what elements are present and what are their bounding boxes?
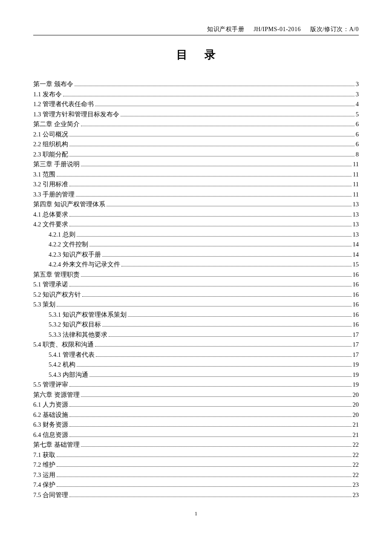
toc-leader <box>107 206 352 206</box>
toc-entry: 5.3.3 法律和其他要求17 <box>33 330 359 340</box>
toc-entry-page: 16 <box>353 310 359 320</box>
toc-leader <box>102 326 352 327</box>
toc-entry-page: 20 <box>353 410 359 420</box>
toc-entry: 5.4.3 内部沟通19 <box>33 370 359 380</box>
toc-entry: 5.2 知识产权方针16 <box>33 290 359 300</box>
toc-leader <box>82 296 352 297</box>
toc-entry-label: 4.2.4 外来文件与记录文件 <box>49 260 120 270</box>
toc-entry: 4.2 文件要求13 <box>33 220 359 230</box>
toc-leader <box>69 497 352 497</box>
toc-leader <box>69 416 352 417</box>
toc-leader <box>76 196 352 197</box>
toc-entry-page: 21 <box>353 420 359 430</box>
toc-list: 第一章 颁布令31.1 发布令31.2 管理者代表任命书41.3 管理方针和管理… <box>33 79 359 500</box>
toc-entry-label: 5.3.2 知识产权目标 <box>49 320 101 330</box>
toc-leader <box>89 246 352 246</box>
toc-entry-label: 第七章 基础管理 <box>33 440 80 450</box>
toc-entry: 第一章 颁布令3 <box>33 79 359 90</box>
toc-entry-page: 11 <box>353 159 359 170</box>
toc-entry-label: 5.3.1 知识产权管理体系策划 <box>49 310 127 320</box>
toc-entry-label: 7.5 合同管理 <box>33 490 68 500</box>
toc-entry-page: 11 <box>353 190 359 200</box>
toc-entry: 7.2 维护22 <box>33 460 359 470</box>
toc-leader <box>81 276 352 277</box>
toc-leader <box>69 386 352 387</box>
toc-entry-page: 14 <box>353 250 359 260</box>
toc-title: 目录 <box>33 47 359 62</box>
header-rev: 版次/修订次：A/0 <box>310 26 359 32</box>
toc-entry-label: 第五章 管理职责 <box>33 270 80 280</box>
toc-entry-label: 5.5 管理评审 <box>33 380 68 390</box>
toc-entry-page: 21 <box>353 430 359 440</box>
toc-leader <box>89 376 352 377</box>
toc-entry-page: 23 <box>353 490 359 500</box>
header-doc-title: 知识产权手册 <box>207 26 244 32</box>
toc-entry: 5.4 职责、权限和沟通17 <box>33 340 359 350</box>
toc-entry-page: 19 <box>353 370 359 380</box>
toc-leader <box>57 306 352 306</box>
toc-entry: 5.1 管理承诺16 <box>33 280 359 290</box>
toc-entry-page: 6 <box>356 130 359 140</box>
toc-entry: 1.1 发布令3 <box>33 90 359 100</box>
toc-entry-label: 第二章 企业简介 <box>33 119 80 130</box>
toc-leader <box>69 136 355 136</box>
toc-entry: 第四章 知识产权管理体系13 <box>33 199 359 210</box>
toc-entry-page: 4 <box>356 99 359 110</box>
toc-entry-page: 22 <box>353 450 359 460</box>
toc-entry-page: 6 <box>356 119 359 130</box>
toc-leader <box>69 156 355 156</box>
toc-entry: 4.2.2 文件控制14 <box>33 240 359 250</box>
toc-entry-label: 1.2 管理者代表任命书 <box>33 99 94 110</box>
toc-entry-page: 14 <box>353 240 359 250</box>
toc-entry: 5.4.2 机构19 <box>33 360 359 370</box>
toc-entry-label: 6.3 财务资源 <box>33 420 68 430</box>
toc-entry: 7.1 获取22 <box>33 450 359 460</box>
toc-entry-label: 1.3 管理方针和管理目标发布令 <box>33 110 119 120</box>
toc-entry-page: 19 <box>353 360 359 370</box>
toc-entry-page: 22 <box>353 460 359 470</box>
toc-entry-label: 5.3.3 法律和其他要求 <box>49 330 107 340</box>
header-doc-no: JH/IPMS-01-2016 <box>254 26 301 32</box>
toc-entry: 5.5 管理评审19 <box>33 380 359 390</box>
toc-entry: 1.2 管理者代表任命书4 <box>33 99 359 110</box>
document-page: 知识产权手册 JH/IPMS-01-2016 版次/修订次：A/0 目录 第一章… <box>0 0 392 534</box>
toc-entry: 2.2 组织机构6 <box>33 139 359 150</box>
toc-leader <box>121 116 355 116</box>
toc-leader <box>96 356 352 357</box>
toc-entry-page: 23 <box>353 480 359 490</box>
toc-leader <box>81 446 352 447</box>
toc-entry-label: 3.1 范围 <box>33 170 55 180</box>
toc-leader <box>69 286 352 286</box>
toc-entry-page: 11 <box>353 170 359 180</box>
toc-entry-label: 7.3 运用 <box>33 470 55 480</box>
toc-entry-label: 第六章 资源管理 <box>33 390 80 400</box>
toc-entry: 4.1 总体要求13 <box>33 210 359 220</box>
toc-entry: 3.1 范围11 <box>33 170 359 180</box>
toc-entry-label: 5.1 管理承诺 <box>33 280 68 290</box>
toc-entry: 6.4 信息资源21 <box>33 430 359 440</box>
toc-entry-page: 17 <box>353 330 359 340</box>
toc-entry-label: 第一章 颁布令 <box>33 79 73 90</box>
toc-leader <box>69 406 352 407</box>
toc-entry-label: 7.1 获取 <box>33 450 55 460</box>
toc-leader <box>57 477 352 477</box>
toc-entry-label: 6.2 基础设施 <box>33 410 68 420</box>
toc-entry-label: 4.2.2 文件控制 <box>49 240 88 250</box>
toc-entry-page: 20 <box>353 400 359 410</box>
toc-entry-page: 15 <box>353 260 359 270</box>
toc-entry-label: 6.4 信息资源 <box>33 430 68 440</box>
toc-entry: 3.3 手册的管理11 <box>33 190 359 200</box>
toc-entry-page: 22 <box>353 470 359 480</box>
toc-entry-label: 4.2.1 总则 <box>49 230 75 240</box>
toc-leader <box>77 366 352 367</box>
page-header: 知识产权手册 JH/IPMS-01-2016 版次/修订次：A/0 <box>33 26 359 35</box>
toc-entry: 5.3 策划16 <box>33 300 359 310</box>
toc-entry: 5.3.1 知识产权管理体系策划16 <box>33 310 359 320</box>
toc-leader <box>109 336 352 337</box>
toc-entry: 7.5 合同管理23 <box>33 490 359 500</box>
toc-entry-page: 16 <box>353 270 359 280</box>
toc-leader <box>69 186 352 186</box>
toc-entry-page: 13 <box>353 210 359 220</box>
toc-entry-page: 6 <box>356 139 359 150</box>
toc-leader <box>81 126 355 126</box>
